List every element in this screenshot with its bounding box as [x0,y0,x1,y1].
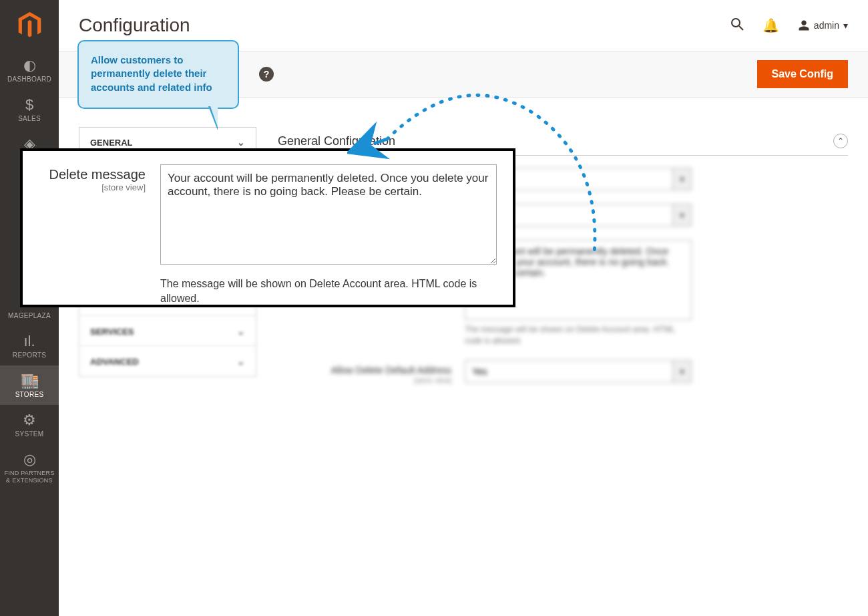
delete-address-label: Allow Delete Default Address [331,365,451,375]
delete-message-textarea[interactable] [160,164,497,265]
dollar-icon: $ [3,98,56,112]
nav-stores[interactable]: 🏬STORES [0,365,59,405]
chevron-down-icon: ⌄ [237,356,245,367]
nav-dashboard[interactable]: ◐DASHBOARD [0,50,59,90]
tree-section-services: SERVICES ⌄ [79,317,256,347]
store-icon: 🏬 [3,373,56,388]
gear-icon: ⚙ [3,413,56,428]
nav-partners[interactable]: ◎FIND PARTNERS & EXTENSIONS [0,444,59,491]
nav-reports[interactable]: ıl.REPORTS [0,326,59,365]
svg-line-1 [739,26,743,30]
popup-field-label: Delete message [39,167,146,182]
admin-account-dropdown[interactable]: admin ▾ [798,19,848,31]
puzzle-icon: ◎ [3,452,56,467]
admin-sidebar: ◐DASHBOARD $SALES ◈CA 👤CUS 📣MA ▤CO MMAGE… [0,0,59,616]
delete-message-popup: Delete message [store view] The message … [20,148,515,307]
popup-scope: [store view] [39,182,146,192]
caret-down-icon: ▾ [843,20,848,31]
popup-help-text: The message will be shown on Delete Acco… [160,277,497,307]
page-title: Configuration [79,15,730,36]
svg-point-0 [732,19,740,27]
delete-address-select[interactable]: Yes ▾ [465,360,692,383]
caret-down-icon: ▾ [672,168,691,190]
save-config-button[interactable]: Save Config [757,60,848,88]
admin-username: admin [814,20,839,31]
bars-icon: ıl. [3,334,56,349]
callout-text: Allow customers to permanently delete th… [91,54,212,93]
magento-logo[interactable] [0,0,59,50]
form-row-delete-address: Allow Delete Default Address [store view… [278,360,848,384]
nav-system[interactable]: ⚙SYSTEM [0,405,59,444]
delete-message-help-bg: The message will be shown on Delete Acco… [465,324,692,347]
chevron-down-icon: ⌄ [237,137,245,148]
nav-sales[interactable]: $SALES [0,90,59,129]
collapse-icon[interactable]: ⌃ [833,134,848,148]
search-icon[interactable] [730,17,744,34]
gauge-icon: ◐ [3,58,56,73]
caret-down-icon: ▾ [672,204,691,226]
tree-head-advanced[interactable]: ADVANCED ⌄ [79,347,256,376]
help-icon[interactable]: ? [259,67,274,82]
callout-tail [208,106,218,130]
annotation-callout: Allow customers to permanently delete th… [77,40,239,109]
tree-head-services[interactable]: SERVICES ⌄ [79,317,256,346]
tree-section-advanced: ADVANCED ⌄ [79,347,256,377]
caret-down-icon: ▾ [672,361,691,382]
top-tools: 🔔 admin ▾ [730,17,848,34]
panel-title: General Configuration [278,134,395,148]
scope-label: [store view] [278,376,451,384]
chevron-down-icon: ⌄ [237,326,245,337]
bell-icon[interactable]: 🔔 [763,17,779,33]
